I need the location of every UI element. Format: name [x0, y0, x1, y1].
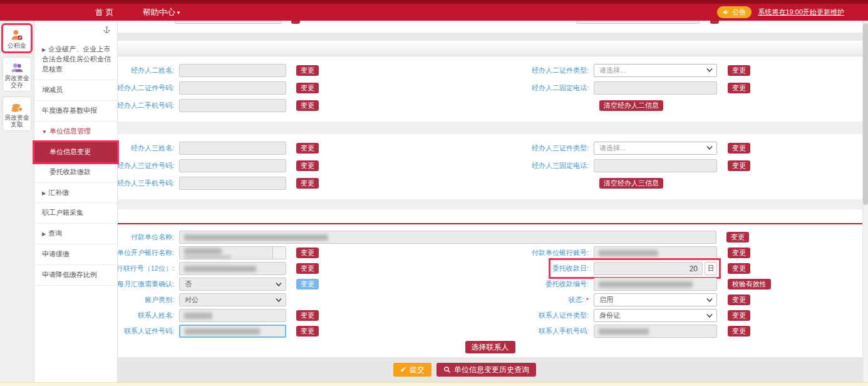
change-button[interactable]: 变更 — [728, 295, 750, 305]
change-button[interactable]: 变更 — [296, 310, 319, 321]
text-input[interactable] — [179, 99, 286, 112]
text-input[interactable] — [594, 278, 717, 291]
change-button[interactable]: 变更 — [296, 143, 319, 154]
form-cell: 联系人姓名:变更 — [118, 309, 488, 322]
form-cell: 付款单位名称:变更 — [118, 231, 749, 244]
dropdown[interactable]: 请选择... — [594, 64, 717, 77]
scrollbar-thumb[interactable] — [863, 23, 868, 205]
dropdown[interactable]: 对公 — [179, 293, 286, 306]
notice-area: 公告 系统将在19:00开始更新维护 — [717, 6, 868, 18]
vertical-scrollbar[interactable] — [862, 21, 868, 382]
validate-button[interactable]: 校验有效性 — [728, 279, 771, 290]
submit-button[interactable]: ✔ 提交 — [393, 363, 431, 377]
text-input[interactable]: 20 — [594, 262, 703, 275]
change-button[interactable]: 变更 — [728, 310, 750, 321]
nav-item-label: 单位信息管理 — [49, 127, 91, 135]
select-contact-button[interactable]: 选择联系人 — [465, 341, 515, 353]
change-button[interactable]: 变更 — [728, 83, 750, 93]
form-row: 经办人三手机号码:变更清空经办人三信息 — [118, 174, 862, 192]
nav-item[interactable]: 委托收款缴款 — [34, 162, 117, 183]
text-input[interactable] — [179, 262, 286, 275]
nav-item[interactable]: 申请降低缴存比例 — [34, 265, 117, 286]
text-input[interactable] — [179, 246, 286, 259]
chevron-down-icon — [706, 314, 713, 318]
change-button[interactable]: 变更 — [296, 65, 319, 76]
rail-item-coins[interactable]: 房改资金支取 — [3, 96, 31, 131]
triangle-right-icon: ▶ — [42, 231, 46, 237]
change-button[interactable] — [710, 21, 719, 24]
nav-item[interactable]: ▶查询 — [34, 224, 117, 244]
icon-rail: 公积金房改资金交存房改资金支取 — [0, 21, 34, 382]
text-input[interactable] — [175, 21, 282, 24]
change-button[interactable]: 变更 — [296, 83, 319, 93]
form-row: 联系人证件号码:变更联系人手机号码:变更 — [118, 323, 862, 339]
text-input[interactable] — [179, 177, 286, 190]
nav-item[interactable]: 年度缴存基数申报 — [34, 101, 117, 122]
menu-item-help-center[interactable]: 帮助中心 ▾ — [143, 7, 180, 18]
triangle-down-icon: ▼ — [42, 129, 47, 135]
anchor-icon[interactable] — [103, 25, 111, 36]
field-label: 经办人二固定电话: — [488, 83, 589, 93]
change-button[interactable]: 变更 — [726, 232, 749, 243]
text-input[interactable] — [179, 231, 716, 244]
nav-item-label: 职工户籍采集 — [42, 209, 83, 216]
text-input[interactable] — [594, 325, 717, 338]
clear-info-button[interactable]: 清空经办人二信息 — [599, 100, 663, 111]
change-button[interactable]: 变更 — [296, 100, 319, 111]
change-button[interactable]: 变更 — [728, 143, 750, 154]
change-button[interactable] — [291, 21, 300, 24]
form-row: 付款单位开户银行名称:变更付款单位银行账号:变更 — [118, 245, 862, 261]
nav-item[interactable]: 申请缓缴 — [34, 244, 117, 265]
cutoff-row — [118, 21, 862, 25]
change-button[interactable]: 变更 — [296, 279, 319, 290]
form-cell: 经办人二姓名:变更 — [118, 64, 488, 77]
redacted-value — [184, 234, 328, 241]
text-input[interactable] — [594, 159, 717, 172]
text-input[interactable] — [179, 142, 286, 155]
menu-item-home[interactable]: 首 页 — [95, 7, 114, 18]
change-button[interactable]: 变更 — [728, 160, 750, 171]
chevron-down-icon — [706, 298, 713, 302]
text-input[interactable] — [179, 309, 286, 322]
nav-item[interactable]: 职工户籍采集 — [34, 203, 117, 224]
change-history-query-button[interactable]: 单位信息变更历史查询 — [437, 363, 536, 377]
nav-item-active[interactable]: 单位信息变更 — [34, 142, 117, 162]
text-input[interactable] — [179, 64, 286, 77]
change-button[interactable]: 变更 — [296, 248, 319, 258]
nav-item[interactable]: ▶企业破产、企业上市合法合规住房公积金信息核查 — [34, 39, 117, 80]
form-cell: 联系人证件号码:变更 — [118, 325, 488, 338]
change-button[interactable]: 变更 — [296, 326, 319, 336]
nav-item[interactable]: ▶汇补缴 — [34, 183, 117, 204]
change-button[interactable]: 变更 — [728, 263, 750, 274]
maintenance-notice-link[interactable]: 系统将在19:00开始更新维护 — [758, 8, 844, 17]
change-button[interactable]: 变更 — [296, 178, 319, 189]
change-button[interactable]: 变更 — [728, 248, 750, 258]
field-label: 委托收款编号: — [488, 279, 589, 289]
dropdown[interactable]: 启用 — [594, 293, 717, 306]
text-input[interactable] — [594, 81, 717, 95]
rail-item-people[interactable]: 房改资金交存 — [3, 57, 31, 91]
change-button[interactable]: 变更 — [296, 160, 319, 171]
change-button[interactable]: 变更 — [728, 326, 750, 336]
dropdown[interactable]: 否 — [179, 278, 286, 291]
rail-item-person-edit[interactable]: 公积金 — [3, 24, 31, 52]
field-label: 联系人手机号码: — [488, 326, 589, 336]
text-input[interactable] — [179, 159, 286, 172]
clear-info-button[interactable]: 清空经办人三信息 — [599, 178, 663, 189]
change-button[interactable]: 变更 — [728, 65, 750, 76]
text-input[interactable] — [576, 21, 700, 24]
check-icon: ✔ — [400, 366, 406, 373]
text-input[interactable] — [179, 81, 286, 95]
nav-item[interactable]: ▼单位信息管理 — [34, 122, 117, 142]
text-input[interactable] — [179, 325, 286, 338]
selected-option: 启用 — [599, 295, 613, 305]
change-button[interactable]: 变更 — [296, 263, 319, 274]
nav-item[interactable]: 增减员 — [34, 80, 117, 101]
main-content: 经办人二姓名:变更经办人二证件类型:请选择...变更经办人二证件号码:变更经办人… — [118, 21, 862, 382]
dropdown[interactable]: 请选择... — [594, 142, 717, 155]
field-label: 经办人二手机号码: — [118, 101, 174, 110]
form-section-agent2: 经办人二姓名:变更经办人二证件类型:请选择...变更经办人二证件号码:变更经办人… — [118, 56, 862, 122]
field-label: 经办人三姓名: — [118, 143, 174, 153]
dropdown[interactable]: 身份证 — [594, 309, 717, 322]
text-input[interactable] — [594, 246, 717, 259]
